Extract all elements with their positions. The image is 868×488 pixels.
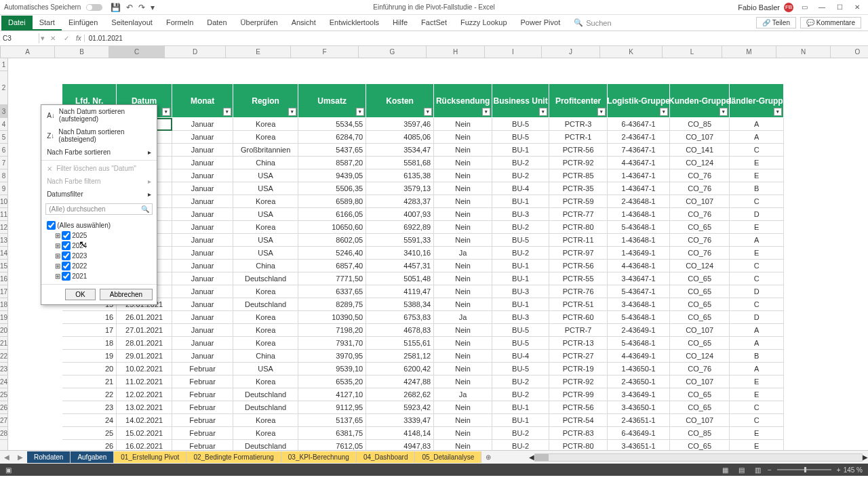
cell[interactable]: Februar — [172, 401, 233, 414]
cell[interactable]: Januar — [172, 324, 233, 337]
ribbon-tab-seitenlayout[interactable]: Seitenlayout — [104, 16, 159, 30]
cell[interactable]: PCTR-3 — [549, 118, 608, 131]
cell[interactable] — [838, 260, 868, 272]
cell[interactable]: Korea — [233, 285, 298, 298]
cell[interactable]: 5591,33 — [366, 234, 434, 247]
cell[interactable] — [434, 58, 492, 71]
ribbon-tab-datei[interactable]: Datei — [1, 16, 33, 30]
filter-dropdown-icon[interactable]: ▾ — [288, 108, 296, 116]
cell[interactable] — [8, 414, 62, 427]
cell[interactable] — [784, 298, 838, 311]
cell[interactable]: PCTR-56 — [549, 401, 608, 414]
cell[interactable] — [730, 71, 784, 84]
cell[interactable] — [784, 324, 838, 337]
cell[interactable]: BU-1 — [492, 272, 549, 285]
cell[interactable]: CO_124 — [670, 350, 730, 363]
cell[interactable]: CO_107 — [670, 195, 730, 208]
cell[interactable]: Januar — [172, 195, 233, 208]
cell[interactable] — [784, 221, 838, 234]
cell[interactable] — [8, 324, 62, 337]
column-header-B[interactable]: B — [55, 46, 109, 58]
cell[interactable]: PCTR-56 — [549, 144, 608, 157]
sheet-tab[interactable]: Aufgaben — [71, 451, 114, 463]
cell[interactable]: CO_65 — [670, 401, 730, 414]
cell[interactable] — [62, 58, 117, 71]
cell[interactable]: 7931,70 — [298, 337, 366, 350]
cell[interactable] — [838, 337, 868, 350]
cell[interactable]: CO_107 — [670, 324, 730, 337]
cell[interactable]: CO_85 — [670, 427, 730, 440]
cell[interactable]: PCTR-76 — [549, 285, 608, 298]
cell[interactable]: 3970,95 — [298, 350, 366, 363]
cell[interactable]: PCTR-92 — [549, 375, 608, 388]
cell[interactable] — [784, 260, 838, 272]
cell[interactable]: 6135,38 — [366, 169, 434, 182]
cell[interactable]: 2-43649-1 — [608, 324, 670, 337]
cell[interactable]: 2-43647-1 — [608, 131, 670, 144]
cell[interactable] — [233, 58, 298, 71]
cell[interactable]: CO_65 — [670, 337, 730, 350]
table-header[interactable]: Business Unit▾ — [492, 84, 549, 118]
cell[interactable] — [784, 337, 838, 350]
cell[interactable] — [8, 350, 62, 363]
cell[interactable]: 10650,60 — [298, 221, 366, 234]
cell[interactable] — [8, 427, 62, 440]
cell[interactable]: C — [730, 144, 784, 157]
cell[interactable]: Nein — [434, 324, 492, 337]
filter-dropdown-icon[interactable]: ▾ — [162, 108, 170, 116]
cell[interactable] — [670, 58, 730, 71]
cell[interactable] — [784, 375, 838, 388]
cell[interactable]: 6589,80 — [298, 195, 366, 208]
cell[interactable]: Januar — [172, 169, 233, 182]
cell[interactable]: Korea — [233, 375, 298, 388]
cell[interactable]: BU-4 — [492, 182, 549, 195]
cell[interactable]: C — [730, 260, 784, 272]
cell[interactable]: China — [233, 157, 298, 169]
cell[interactable]: 6753,83 — [366, 311, 434, 324]
cell[interactable]: 4119,47 — [366, 285, 434, 298]
cell[interactable]: Januar — [172, 311, 233, 324]
cell[interactable]: Nein — [434, 169, 492, 182]
cell[interactable] — [838, 414, 868, 427]
cell[interactable]: 3-43649-1 — [608, 388, 670, 401]
column-header-O[interactable]: O — [831, 46, 868, 58]
cell[interactable]: 6-43649-1 — [608, 427, 670, 440]
cell[interactable] — [838, 195, 868, 208]
qat-customize-icon[interactable]: ▾ — [151, 3, 155, 12]
name-box[interactable]: C3 — [0, 33, 39, 43]
cell[interactable]: 5388,34 — [366, 298, 434, 311]
search-icon[interactable]: 🔍 — [574, 18, 583, 27]
ribbon-tab-formeln[interactable]: Formeln — [159, 16, 200, 30]
table-header[interactable]: Umsatz▾ — [298, 84, 366, 118]
cell[interactable]: 4007,93 — [366, 208, 434, 221]
cell[interactable]: CO_65 — [670, 221, 730, 234]
filter-dropdown-icon[interactable]: ▾ — [356, 108, 364, 116]
cell[interactable]: 2-43651-1 — [608, 414, 670, 427]
ribbon-tab-daten[interactable]: Daten — [200, 16, 233, 30]
row-header-9[interactable]: 9 — [0, 182, 7, 195]
cell[interactable]: 5246,40 — [298, 247, 366, 260]
cell[interactable]: 2581,12 — [366, 350, 434, 363]
cell[interactable]: PCTR-13 — [549, 337, 608, 350]
cell[interactable] — [784, 350, 838, 363]
cell[interactable]: Februar — [172, 388, 233, 401]
cell[interactable]: Februar — [172, 427, 233, 440]
row-header-6[interactable]: 6 — [0, 144, 7, 157]
cell[interactable]: A — [730, 337, 784, 350]
cell[interactable] — [784, 157, 838, 169]
cell[interactable]: Ja — [434, 311, 492, 324]
cell[interactable]: Nein — [434, 131, 492, 144]
cell[interactable]: E — [730, 440, 784, 450]
cell[interactable] — [117, 71, 172, 84]
cell[interactable]: C — [730, 195, 784, 208]
year-node[interactable]: ⊞ 2025 — [47, 230, 151, 241]
cell[interactable]: 5-43648-1 — [608, 337, 670, 350]
cell[interactable]: B — [730, 182, 784, 195]
cell[interactable]: PCTR-60 — [549, 311, 608, 324]
row-header-26[interactable]: 26 — [0, 401, 7, 414]
row-header-5[interactable]: 5 — [0, 131, 7, 144]
cell[interactable]: 2-43648-1 — [608, 195, 670, 208]
cell[interactable]: 2-43650-1 — [608, 375, 670, 388]
cell[interactable]: E — [730, 427, 784, 440]
filter-dropdown-icon[interactable]: ▾ — [424, 108, 432, 116]
